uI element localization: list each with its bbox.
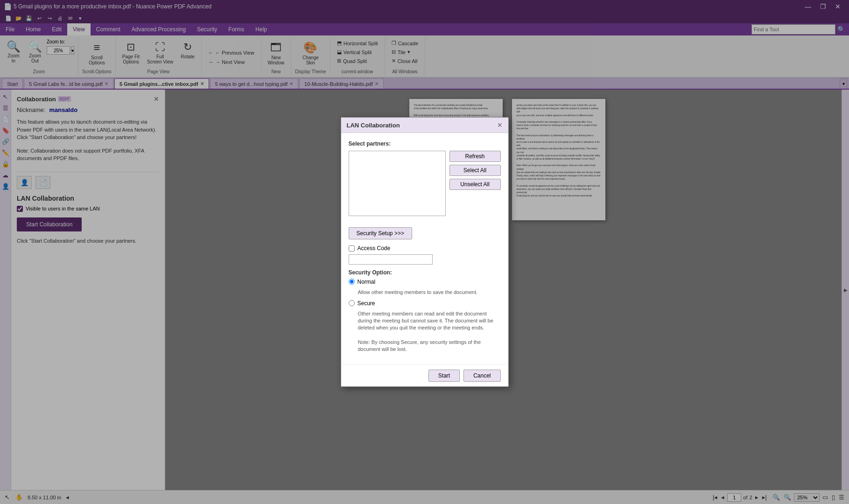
partners-list-box[interactable] (349, 151, 446, 216)
select-partners-label: Select partners: (349, 140, 501, 147)
security-option-label: Security Option: (349, 269, 501, 276)
normal-desc: Allow other meeting members to save the … (358, 289, 501, 296)
access-code-label: Access Code (358, 245, 391, 252)
secure-radio[interactable] (349, 300, 355, 306)
unselect-all-button[interactable]: Unselect All (449, 179, 501, 190)
modal-cancel-button[interactable]: Cancel (463, 370, 500, 382)
modal-header: LAN Collaboration ✕ (341, 118, 508, 133)
partners-buttons: Refresh Select All Unselect All (449, 151, 501, 190)
access-code-input[interactable] (349, 254, 433, 265)
normal-radio-row: Normal (349, 279, 501, 285)
lan-collaboration-modal: LAN Collaboration ✕ Select partners: Ref… (341, 117, 509, 387)
modal-body: Select partners: Refresh Select All Unse… (341, 133, 508, 364)
secure-desc: Other meeting members can read and edit … (358, 310, 501, 353)
secure-label: Secure (358, 300, 375, 307)
modal-title: LAN Collaboration (347, 122, 400, 129)
normal-label: Normal (358, 279, 376, 285)
modal-start-button[interactable]: Start (428, 370, 460, 382)
security-setup-button[interactable]: Security Setup >>> (349, 227, 412, 239)
access-code-row: Access Code (349, 245, 501, 252)
access-code-checkbox[interactable] (349, 245, 355, 252)
partners-row: Refresh Select All Unselect All (349, 151, 501, 222)
modal-footer: Start Cancel (341, 364, 508, 386)
refresh-button[interactable]: Refresh (449, 151, 501, 162)
modal-overlay: LAN Collaboration ✕ Select partners: Ref… (0, 0, 849, 504)
select-all-button[interactable]: Select All (449, 165, 501, 176)
normal-radio[interactable] (349, 279, 355, 285)
modal-close-button[interactable]: ✕ (497, 121, 503, 129)
secure-radio-row: Secure (349, 300, 501, 307)
